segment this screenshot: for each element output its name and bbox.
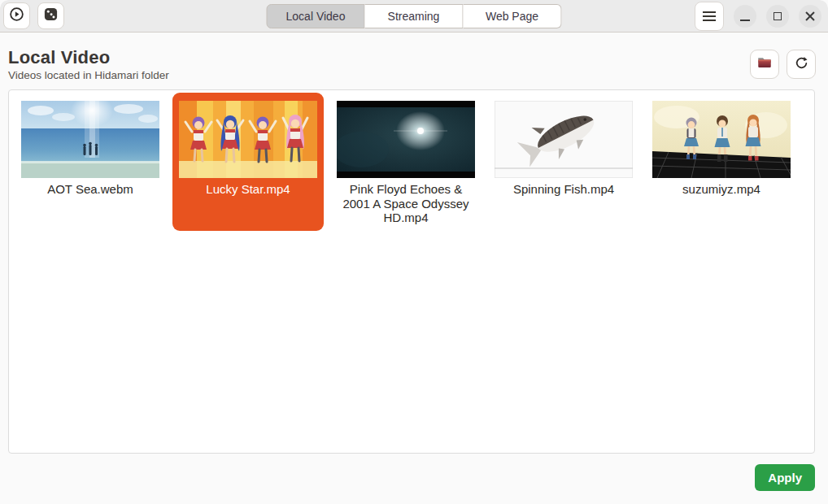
page-subtitle: Videos located in Hidamari folder — [8, 69, 169, 81]
video-tile-spinning-fish[interactable]: Spinning Fish.mp4 — [488, 93, 639, 231]
refresh-button[interactable] — [787, 50, 816, 79]
dark-space-star-thumbnail — [337, 101, 475, 178]
maximize-icon — [774, 12, 782, 20]
dice-icon — [43, 7, 59, 25]
page-title: Local Video — [8, 47, 110, 68]
page-toolbar — [750, 50, 816, 79]
maximize-button[interactable] — [766, 5, 789, 28]
headerbar-left-buttons — [3, 2, 64, 29]
video-tile-aot-sea[interactable]: AOT Sea.webm — [15, 93, 166, 231]
gray-fish-thumbnail — [495, 101, 633, 178]
headerbar-right-controls — [695, 2, 821, 31]
video-label: AOT Sea.webm — [15, 182, 166, 197]
headerbar: Local Video Streaming Web Page — [0, 0, 828, 33]
close-button[interactable] — [799, 5, 821, 28]
tab-local-video[interactable]: Local Video — [267, 4, 365, 28]
video-tile-lucky-star[interactable]: Lucky Star.mp4 — [172, 93, 324, 231]
tab-web-page[interactable]: Web Page — [464, 4, 562, 28]
folder-icon — [756, 54, 773, 74]
tab-streaming[interactable]: Streaming — [365, 4, 464, 28]
play-circle-icon — [9, 7, 24, 25]
main-menu-button[interactable] — [695, 2, 724, 31]
apply-button[interactable]: Apply — [755, 464, 815, 491]
open-folder-button[interactable] — [750, 50, 779, 79]
minimize-icon — [740, 20, 750, 21]
source-tab-switcher: Local Video Streaming Web Page — [267, 4, 562, 28]
video-label: Lucky Star.mp4 — [172, 182, 324, 197]
video-label: Pink Floyd Echoes & 2001 A Space Odyssey… — [330, 182, 482, 225]
play-pause-button[interactable] — [3, 2, 30, 29]
app-window: Local Video Streaming Web Page Local Vid… — [0, 0, 828, 504]
video-label: suzumiyz.mp4 — [646, 182, 797, 197]
anime-ocean-thumbnail — [21, 101, 159, 178]
minimize-button[interactable] — [734, 5, 756, 28]
refresh-icon — [794, 55, 809, 74]
video-tile-pink-floyd[interactable]: Pink Floyd Echoes & 2001 A Space Odyssey… — [330, 93, 482, 231]
random-wallpaper-button[interactable] — [37, 2, 64, 29]
local-video-panel: AOT Sea.webm — [8, 89, 815, 454]
dancing-anime-girls-thumbnail — [179, 101, 317, 178]
video-tile-suzumiyz[interactable]: suzumiyz.mp4 — [646, 93, 797, 231]
three-anime-girls-thumbnail — [652, 101, 791, 178]
video-label: Spinning Fish.mp4 — [488, 182, 639, 197]
hamburger-menu-icon — [703, 15, 716, 17]
video-grid: AOT Sea.webm — [9, 90, 814, 231]
